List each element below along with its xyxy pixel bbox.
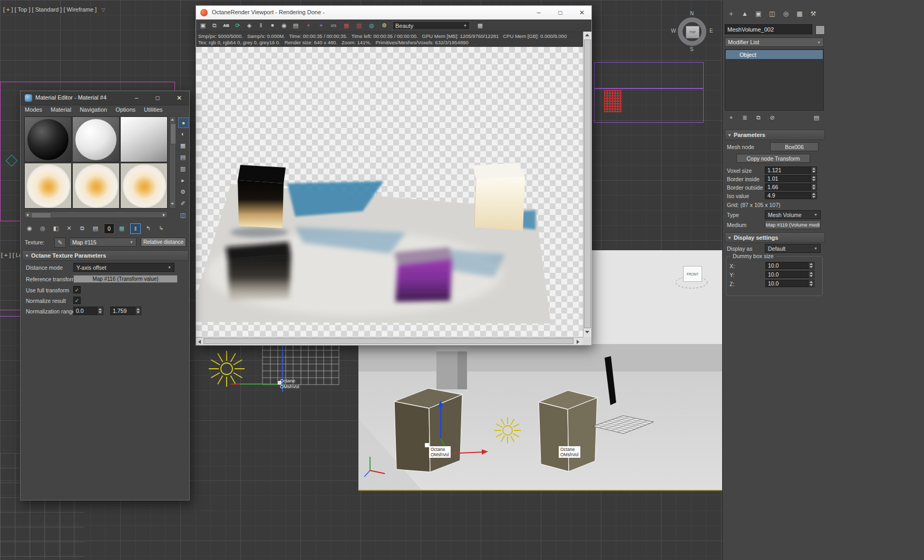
viewcube-top-face[interactable]: TOP (686, 26, 699, 38)
put-to-library-icon[interactable]: ▤ (91, 223, 100, 233)
scrollbar-thumb[interactable] (584, 40, 591, 328)
motion-tab-icon[interactable]: ◎ (781, 8, 791, 19)
material-sample-slot[interactable] (24, 163, 72, 209)
render-horizontal-scrollbar[interactable] (196, 337, 583, 345)
reference-transform-button[interactable]: Map #116 (Transform value) (73, 275, 178, 283)
voxel-size-spinner[interactable] (811, 166, 817, 174)
close-button[interactable]: ✕ (172, 91, 186, 105)
mesh-volume-box-1[interactable] (394, 388, 462, 472)
assign-to-selection-icon[interactable]: ◧ (51, 223, 61, 233)
render-region-icon[interactable]: ▦ (342, 21, 351, 30)
material-sample-slot[interactable] (120, 116, 168, 162)
render-passes-icon[interactable]: ▦ (475, 21, 485, 30)
material-sample-slot[interactable] (72, 163, 120, 209)
border-inside-field[interactable]: 1.01 (765, 175, 817, 182)
make-preview-icon[interactable]: ▸ (178, 175, 188, 185)
iso-value-spinner[interactable] (811, 192, 817, 199)
scrollbar-thumb[interactable] (31, 212, 51, 218)
minimize-button[interactable]: – (130, 91, 143, 105)
normalize-result-checkbox[interactable]: ✓ (73, 297, 81, 304)
octane-texture-parameters-rollout[interactable]: ▾Octane Texture Parameters (22, 250, 189, 261)
modifier-list-select[interactable]: Modifier List▼ (725, 37, 824, 47)
border-outside-field[interactable]: 1.66 (765, 183, 817, 191)
background-icon[interactable]: ▦ (178, 141, 188, 150)
scrollbar-thumb[interactable] (203, 338, 573, 344)
octane-titlebar[interactable]: OctaneRender Viewport - Rendering Done -… (196, 6, 591, 20)
render-settings-icon[interactable]: ⚙ (380, 21, 389, 30)
maximize-button[interactable]: □ (151, 91, 164, 105)
display-settings-rollout[interactable]: ▾Display settings (725, 232, 825, 243)
iso-value-field[interactable]: 4.9 (765, 192, 817, 199)
sample-tiling-icon[interactable]: ▤ (178, 152, 188, 162)
scroll-right-arrow-icon[interactable] (163, 213, 165, 217)
scroll-left-arrow-icon[interactable] (26, 213, 28, 217)
copy-image-icon[interactable]: ⧉ (210, 21, 219, 30)
make-unique-stack-icon[interactable]: ⧉ (753, 113, 764, 122)
normalization-min-field[interactable]: 0.0 (73, 307, 103, 315)
scroll-down-arrow-icon[interactable] (585, 331, 589, 333)
save-image-icon[interactable]: ▣ (198, 21, 208, 30)
viewport-label-top[interactable]: [ + ] [ Top ] [ Standard ] [ Wireframe ]… (3, 6, 105, 13)
clay-mode-icon[interactable]: ▤ (291, 21, 300, 30)
normalization-min-input[interactable]: 0.0 (73, 307, 98, 315)
y-input[interactable]: 10.0 (765, 271, 809, 278)
menu-modes[interactable]: Modes (21, 105, 46, 114)
minimize-button[interactable]: – (530, 6, 548, 19)
pin-stack-icon[interactable]: ⌖ (726, 113, 736, 122)
pick-texture-eyedropper-icon[interactable]: ✎ (54, 238, 66, 248)
normalization-max-spinner[interactable] (135, 307, 141, 315)
slots-horizontal-scrollbar[interactable] (24, 211, 168, 218)
lock-icon[interactable]: ◈ (245, 21, 254, 30)
menu-options[interactable]: Options (111, 105, 140, 114)
utilities-tab-icon[interactable]: ⚒ (808, 8, 819, 19)
get-material-icon[interactable]: ◉ (25, 223, 34, 233)
slots-vertical-scrollbar[interactable] (169, 116, 176, 209)
render-pass-select[interactable]: Beauty▼ (392, 21, 470, 30)
close-button[interactable]: ✕ (573, 6, 591, 19)
reset-map-icon[interactable]: ✕ (64, 223, 74, 233)
z-spinner[interactable] (809, 280, 814, 287)
menu-utilities[interactable]: Utilities (140, 105, 167, 114)
x-input[interactable]: 10.0 (765, 262, 809, 269)
mesh-node-button[interactable]: Box006 (770, 142, 819, 151)
normalization-max-field[interactable]: 1.759 (110, 307, 141, 315)
show-in-viewport-icon[interactable]: ▦ (117, 223, 127, 233)
render-vertical-scrollbar[interactable] (583, 32, 591, 337)
options-icon[interactable]: ⚙ (178, 187, 188, 197)
object-color-swatch[interactable] (815, 25, 825, 35)
maximize-button[interactable]: □ (551, 6, 569, 19)
z-input[interactable]: 10.0 (765, 280, 809, 287)
scroll-up-arrow-icon[interactable] (171, 119, 174, 121)
show-end-result-icon[interactable]: ‖ (130, 223, 141, 234)
remove-modifier-icon[interactable]: ⊘ (767, 113, 777, 122)
scroll-right-arrow-icon[interactable] (577, 340, 579, 344)
border-inside-input[interactable]: 1.01 (765, 175, 811, 182)
menu-navigation[interactable]: Navigation (75, 105, 111, 114)
parameters-rollout[interactable]: ▾Parameters (725, 130, 825, 140)
menu-material[interactable]: Material (46, 105, 75, 114)
front-view-gizmo[interactable]: FRONT (683, 266, 702, 282)
ab-compare-icon[interactable]: AB (221, 21, 231, 30)
select-by-material-icon[interactable]: ✐ (178, 199, 188, 208)
film-icon[interactable]: ▥ (354, 21, 364, 30)
left-viewport-scene[interactable] (190, 342, 358, 506)
make-unique-icon[interactable]: ⧉ (77, 223, 87, 233)
modify-tab-icon[interactable]: ▣ (753, 8, 764, 19)
texture-map-select[interactable]: Map #115▼ (69, 238, 137, 247)
viewport-label-top-text[interactable]: [ + ] [ Top ] [ Standard ] [ Wireframe ] (3, 6, 96, 13)
x-spinner[interactable] (809, 262, 814, 269)
z-field[interactable]: 10.0 (765, 280, 814, 287)
border-outside-spinner[interactable] (811, 183, 817, 191)
border-inside-spinner[interactable] (811, 175, 817, 182)
material-id-icon[interactable]: 0 (104, 223, 114, 234)
backlight-icon[interactable]: ◐ (178, 129, 188, 139)
monitor-icon[interactable]: ▭ (329, 21, 338, 30)
go-to-parent-icon[interactable]: ↰ (143, 223, 153, 233)
pause-render-icon[interactable]: ‖ (256, 21, 266, 30)
create-tab-icon[interactable]: ▲ (740, 8, 750, 19)
configure-modifier-sets-icon[interactable]: ▤ (811, 113, 822, 122)
iso-value-input[interactable]: 4.9 (765, 192, 811, 199)
scroll-down-arrow-icon[interactable] (171, 203, 174, 205)
stop-render-icon[interactable]: ■ (268, 21, 277, 30)
y-spinner[interactable] (809, 271, 814, 278)
